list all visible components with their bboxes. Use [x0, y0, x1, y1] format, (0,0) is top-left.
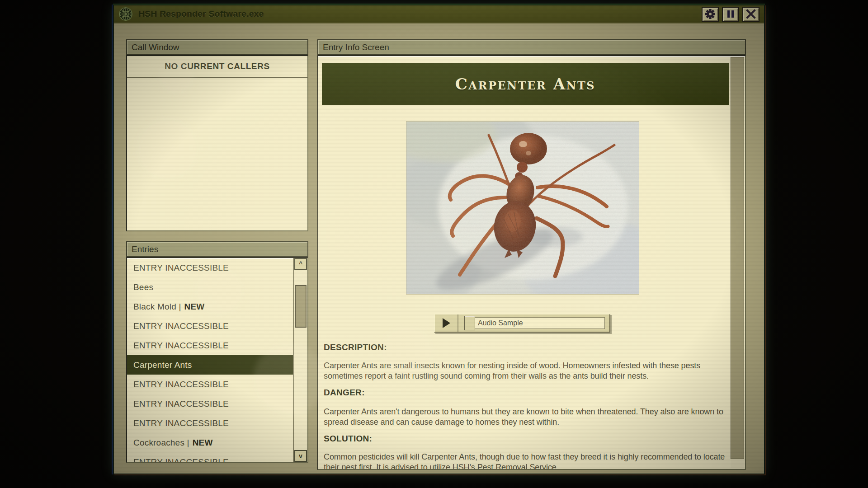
entry-row[interactable]: ENTRY INACCESSIBLE: [127, 316, 293, 336]
play-button[interactable]: [435, 314, 458, 332]
entry-label: ENTRY INACCESSIBLE: [133, 399, 229, 409]
entries-body: ENTRY INACCESSIBLE Bees Black Mold | NEW…: [126, 257, 308, 463]
entry-row[interactable]: ENTRY INACCESSIBLE: [127, 375, 293, 394]
settings-button[interactable]: [702, 7, 719, 22]
entry-row[interactable]: Cockroaches | NEW: [127, 433, 293, 452]
entries-list: ENTRY INACCESSIBLE Bees Black Mold | NEW…: [127, 258, 293, 462]
globe-web-icon: [118, 7, 133, 21]
audio-player: Audio Sample: [434, 314, 610, 333]
description-heading: DESCRIPTION:: [324, 343, 387, 352]
audio-seek-track[interactable]: Audio Sample: [465, 317, 605, 329]
crt-screen: HSH Responder Software.exe: [0, 0, 868, 488]
entry-label: ENTRY INACCESSIBLE: [133, 418, 229, 428]
entry-title-banner: Carpenter Ants: [322, 63, 729, 105]
entry-row[interactable]: Carpenter Ants: [127, 355, 293, 375]
entry-row[interactable]: ENTRY INACCESSIBLE: [127, 258, 293, 277]
no-callers-status: NO CURRENT CALLERS: [127, 56, 307, 78]
entry-label: Cockroaches |: [133, 438, 189, 448]
entry-badge: NEW: [193, 438, 213, 448]
solution-body: Common pesticides will kill Carpenter An…: [324, 452, 734, 470]
entry-row[interactable]: Bees: [127, 277, 293, 297]
info-scrollbar-thumb[interactable]: [731, 57, 744, 459]
entries-scrollbar[interactable]: ^ v: [293, 258, 307, 462]
titlebar[interactable]: HSH Responder Software.exe: [114, 5, 764, 23]
entry-title: Carpenter Ants: [455, 75, 595, 93]
audio-seek-handle[interactable]: [464, 316, 475, 330]
info-scrollbar[interactable]: [731, 57, 744, 468]
close-icon: [746, 9, 756, 19]
entries-title: Entries: [132, 244, 158, 254]
call-window-title: Call Window: [132, 42, 179, 52]
pause-icon: [726, 9, 735, 19]
entry-row[interactable]: Black Mold | NEW: [127, 297, 293, 316]
entries-header: Entries: [126, 241, 308, 257]
window-title: HSH Responder Software.exe: [138, 9, 264, 19]
entry-label: Black Mold |: [133, 302, 181, 312]
call-window-header: Call Window: [126, 39, 308, 55]
call-window-body: NO CURRENT CALLERS: [126, 55, 308, 231]
app-window: HSH Responder Software.exe: [113, 5, 765, 474]
danger-heading: DANGER:: [324, 388, 365, 398]
entry-row[interactable]: ENTRY INACCESSIBLE: [127, 452, 293, 462]
entry-label: Carpenter Ants: [133, 360, 192, 370]
entry-label: ENTRY INACCESSIBLE: [133, 341, 229, 351]
carpenter-ant-photo: [406, 121, 639, 295]
entry-info-body: Carpenter Ants: [317, 55, 746, 470]
entry-row[interactable]: ENTRY INACCESSIBLE: [127, 336, 293, 355]
description-body: Carpenter Ants are small insects known f…: [324, 361, 734, 382]
gear-icon: [705, 9, 716, 19]
entry-row[interactable]: ENTRY INACCESSIBLE: [127, 413, 293, 433]
play-icon: [443, 318, 450, 328]
entry-label: ENTRY INACCESSIBLE: [133, 457, 229, 462]
danger-body: Carpenter Ants aren't dangerous to human…: [324, 407, 734, 428]
pause-button[interactable]: [722, 7, 739, 22]
entry-row[interactable]: ENTRY INACCESSIBLE: [127, 394, 293, 413]
entry-label: ENTRY INACCESSIBLE: [133, 263, 229, 273]
audio-sample-label: Audio Sample: [478, 319, 523, 327]
entry-label: ENTRY INACCESSIBLE: [133, 380, 229, 389]
entry-info-header: Entry Info Screen: [317, 39, 746, 55]
solution-heading: SOLUTION:: [324, 434, 372, 444]
entry-label: ENTRY INACCESSIBLE: [133, 321, 229, 331]
entry-label: Bees: [133, 282, 153, 292]
scroll-down-button[interactable]: v: [294, 450, 307, 462]
titlebar-buttons: [702, 7, 760, 22]
entry-info-title-label: Entry Info Screen: [323, 42, 389, 52]
scrollbar-thumb[interactable]: [295, 285, 307, 328]
entry-badge: NEW: [184, 302, 205, 312]
scroll-up-button[interactable]: ^: [294, 258, 307, 270]
close-button[interactable]: [742, 7, 760, 22]
